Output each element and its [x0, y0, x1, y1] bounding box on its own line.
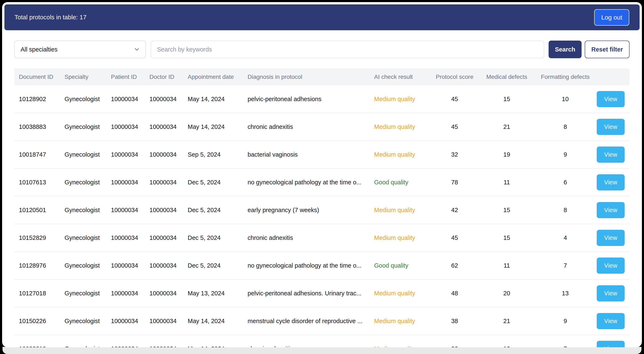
cell-document-id: 10018747 [14, 151, 64, 158]
table-row: 10018747 Gynecologist 10000034 10000034 … [14, 141, 630, 168]
view-button[interactable]: View [597, 285, 625, 302]
cell-diagnosis: pelvic-peritoneal adhesions [248, 96, 374, 102]
cell-formatting-defects: 9 [534, 151, 597, 158]
table-row: 10128902 Gynecologist 10000034 10000034 … [14, 85, 630, 113]
cell-actions: View [597, 174, 630, 190]
cell-patient-id: 10000034 [111, 151, 150, 158]
logout-button[interactable]: Log out [594, 9, 629, 26]
cell-appointment-date: May 14, 2024 [188, 346, 248, 348]
cell-document-id: 10128902 [14, 96, 64, 102]
cell-diagnosis: chronic adnexitis [248, 346, 374, 348]
col-header-document-id: Document ID [14, 74, 64, 80]
cell-patient-id: 10000034 [111, 124, 150, 130]
cell-protocol-score: 45 [430, 234, 480, 241]
cell-ai-check-result: Medium quality [374, 124, 430, 130]
cell-diagnosis: no gynecological pathology at the time o… [248, 179, 374, 186]
cell-document-id: 10107613 [14, 179, 64, 186]
view-button[interactable]: View [597, 146, 625, 163]
cell-ai-check-result: Medium quality [374, 346, 430, 348]
cell-ai-check-result: Medium quality [374, 96, 430, 102]
view-button[interactable]: View [597, 119, 625, 135]
cell-protocol-score: 32 [430, 151, 480, 158]
cell-doctor-id: 10000034 [150, 179, 188, 186]
table-header-row: Document ID Specialty Patient ID Doctor … [14, 68, 630, 85]
cell-patient-id: 10000034 [111, 318, 150, 324]
cell-formatting-defects: 7 [534, 262, 597, 269]
view-button[interactable]: View [597, 174, 625, 190]
cell-ai-check-result: Medium quality [374, 290, 430, 297]
view-button[interactable]: View [597, 91, 625, 107]
cell-ai-check-result: Medium quality [374, 234, 430, 241]
specialty-select[interactable]: All specialties [14, 40, 146, 58]
search-input[interactable] [151, 40, 544, 58]
cell-appointment-date: Dec 5, 2024 [188, 179, 248, 186]
cell-medical-defects: 15 [480, 96, 534, 102]
cell-medical-defects: 15 [480, 207, 534, 214]
cell-ai-check-result: Medium quality [374, 151, 430, 158]
cell-specialty: Gynecologist [64, 179, 111, 186]
cell-actions: View [597, 230, 630, 246]
cell-protocol-score: 32 [430, 346, 480, 348]
col-header-ai-check-result: AI check result [374, 74, 430, 80]
cell-medical-defects: 11 [480, 262, 534, 269]
cell-appointment-date: May 14, 2024 [188, 318, 248, 324]
cell-formatting-defects: 13 [534, 290, 597, 297]
table-row: 10038883 Gynecologist 10000034 10000034 … [14, 113, 630, 141]
cell-patient-id: 10000034 [111, 96, 150, 102]
reset-filter-button[interactable]: Reset filter [585, 40, 630, 58]
cell-protocol-score: 38 [430, 318, 480, 324]
cell-actions: View [597, 146, 630, 163]
cell-actions: View [597, 313, 630, 329]
cell-formatting-defects: 8 [534, 124, 597, 130]
cell-appointment-date: Dec 5, 2024 [188, 207, 248, 214]
cell-appointment-date: Dec 5, 2024 [188, 262, 248, 269]
table-body: 10128902 Gynecologist 10000034 10000034 … [14, 85, 630, 347]
cell-diagnosis: chronic adnexitis [248, 124, 374, 130]
cell-actions: View [597, 258, 630, 274]
cell-diagnosis: early pregnancy (7 weeks) [248, 207, 374, 214]
cell-specialty: Gynecologist [64, 346, 111, 348]
cell-doctor-id: 10000034 [150, 262, 188, 269]
cell-specialty: Gynecologist [64, 318, 111, 324]
cell-specialty: Gynecologist [64, 262, 111, 269]
cell-formatting-defects: 4 [534, 234, 597, 241]
cell-protocol-score: 62 [430, 262, 480, 269]
cell-protocol-score: 48 [430, 290, 480, 297]
screen: Total protocols in table: 17 Log out All… [0, 0, 644, 354]
cell-patient-id: 10000034 [111, 234, 150, 241]
cell-medical-defects: 12 [480, 346, 534, 348]
view-button[interactable]: View [597, 202, 625, 218]
cell-formatting-defects: 7 [534, 346, 597, 348]
search-button[interactable]: Search [548, 40, 582, 58]
chevron-down-icon [134, 46, 140, 52]
cell-actions: View [597, 341, 630, 348]
col-header-formatting-defects: Formatting defects [534, 74, 597, 80]
view-button[interactable]: View [597, 230, 625, 246]
app-window: Total protocols in table: 17 Log out All… [2, 2, 642, 347]
table-row: 10127018 Gynecologist 10000034 10000034 … [14, 280, 630, 307]
cell-patient-id: 10000034 [111, 290, 150, 297]
cell-diagnosis: menstrual cycle disorder of reproductive… [248, 318, 374, 324]
cell-actions: View [597, 202, 630, 218]
cell-diagnosis: chronic adnexitis [248, 234, 374, 241]
cell-document-id: 10088819 [14, 346, 64, 348]
cell-specialty: Gynecologist [64, 290, 111, 297]
cell-ai-check-result: Medium quality [374, 318, 430, 324]
cell-ai-check-result: Good quality [374, 179, 430, 186]
cell-medical-defects: 21 [480, 124, 534, 130]
cell-formatting-defects: 8 [534, 207, 597, 214]
cell-medical-defects: 21 [480, 318, 534, 324]
col-header-protocol-score: Protocol score [430, 74, 480, 80]
view-button[interactable]: View [597, 341, 625, 348]
cell-actions: View [597, 119, 630, 135]
cell-actions: View [597, 285, 630, 302]
view-button[interactable]: View [597, 313, 625, 329]
cell-patient-id: 10000034 [111, 346, 150, 348]
cell-appointment-date: May 13, 2024 [188, 290, 248, 297]
cell-appointment-date: Sep 5, 2024 [188, 151, 248, 158]
table-row: 10150226 Gynecologist 10000034 10000034 … [14, 307, 630, 335]
filter-bar: All specialties Search Reset filter [2, 40, 642, 58]
cell-specialty: Gynecologist [64, 96, 111, 102]
view-button[interactable]: View [597, 258, 625, 274]
cell-patient-id: 10000034 [111, 179, 150, 186]
